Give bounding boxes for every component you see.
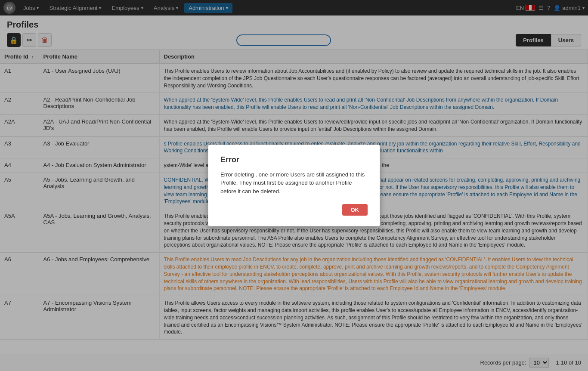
modal-overlay: Error Error deleting . one or more Users… bbox=[0, 0, 588, 371]
modal-title: Error bbox=[220, 155, 368, 164]
modal-dialog: Error Error deleting . one or more Users… bbox=[208, 145, 380, 227]
modal-ok-button[interactable]: OK bbox=[342, 204, 368, 216]
modal-message: Error deleting . one or more Users are s… bbox=[220, 170, 368, 196]
